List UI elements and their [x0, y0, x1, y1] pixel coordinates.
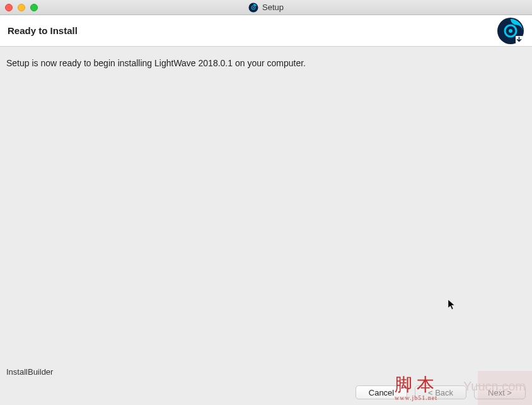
minimize-window-button[interactable]: [18, 4, 25, 11]
page-title: Ready to Install: [8, 25, 78, 36]
next-button[interactable]: Next >: [474, 385, 526, 399]
svg-point-5: [509, 29, 512, 33]
footer: InstallBuilder Cancel < Back Next >: [0, 362, 532, 405]
window-controls: [5, 4, 38, 11]
svg-point-2: [253, 7, 254, 8]
content-area: Setup is now ready to begin installing L…: [0, 47, 532, 362]
zoom-window-button[interactable]: [30, 4, 38, 11]
titlebar-title-group: Setup: [248, 3, 284, 13]
window-title: Setup: [262, 3, 284, 12]
back-button[interactable]: < Back: [415, 385, 466, 399]
app-icon: [248, 3, 258, 13]
button-row: Cancel < Back Next >: [6, 385, 526, 399]
app-logo-icon: [497, 17, 524, 45]
cancel-button[interactable]: Cancel: [356, 385, 407, 399]
titlebar: Setup: [0, 0, 532, 15]
install-message: Setup is now ready to begin installing L…: [6, 58, 526, 68]
header: Ready to Install: [0, 15, 532, 47]
builder-label: InstallBuilder: [6, 367, 526, 377]
close-window-button[interactable]: [5, 4, 13, 11]
